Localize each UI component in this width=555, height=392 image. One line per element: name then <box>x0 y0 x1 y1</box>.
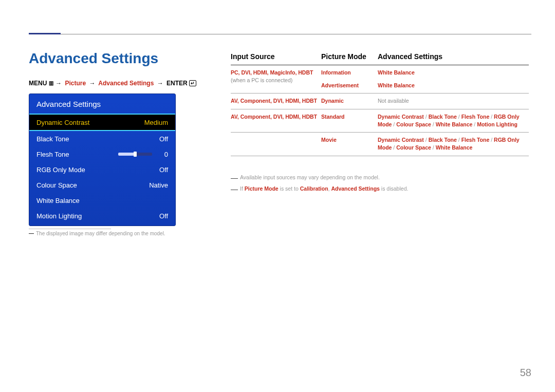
osd-value: Native <box>149 181 168 189</box>
osd-row-motion-lighting[interactable]: Motion Lighting Off <box>29 208 175 223</box>
footnote-bold: Picture Mode <box>245 185 279 192</box>
breadcrumb-picture: Picture <box>65 80 86 87</box>
advanced-option: Dynamic Contrast <box>378 137 424 143</box>
advanced-option: Flesh Tone <box>461 137 490 143</box>
osd-footnote-text: The displayed image may differ depending… <box>36 231 165 236</box>
picture-mode: Dynamic <box>321 97 378 105</box>
table-footnotes: ―Available input sources may vary depend… <box>231 174 408 196</box>
breadcrumb-menu: MENU <box>29 80 47 87</box>
table-row: Movie Dynamic Contrast / Black Tone / Fl… <box>231 133 529 156</box>
source-list: AV, Component, DVI, HDMI, HDBT <box>231 97 321 105</box>
source-condition: (when a PC is connected) <box>231 77 292 83</box>
breadcrumb-enter: ENTER <box>166 80 188 87</box>
page-heading: Advanced Settings <box>29 50 158 67</box>
osd-row-flesh-tone[interactable]: Flesh Tone 0 <box>29 146 175 162</box>
osd-panel: Advanced Settings Dynamic Contrast Mediu… <box>29 94 176 226</box>
osd-label: Colour Space <box>36 181 77 189</box>
advanced-option: White Balance <box>436 121 473 127</box>
osd-label: Motion Lighting <box>36 212 82 220</box>
breadcrumb-arrow: → <box>157 80 163 87</box>
picture-mode: Standard <box>321 113 378 128</box>
advanced-option: White Balance <box>378 69 529 77</box>
footnote-text: is disabled. <box>380 185 408 192</box>
osd-row-rgb-only[interactable]: RGB Only Mode Off <box>29 162 175 177</box>
source-list: AV, Component, DVI, HDMI, HDBT <box>231 113 321 128</box>
osd-value: Off <box>159 166 168 174</box>
osd-label: White Balance <box>36 197 80 204</box>
footnote-bold: Calibration <box>300 185 328 192</box>
osd-label: Black Tone <box>36 135 69 143</box>
advanced-option-list: Dynamic Contrast / Black Tone / Flesh To… <box>378 113 529 128</box>
osd-row-dynamic-contrast[interactable]: Dynamic Contrast Medium <box>29 114 175 131</box>
breadcrumb-advanced: Advanced Settings <box>98 80 154 87</box>
source-list: PC, DVI, HDMI, MagicInfo, HDBT <box>231 69 313 76</box>
breadcrumb-arrow: → <box>55 80 62 87</box>
osd-value: Off <box>159 135 168 143</box>
osd-row-white-balance[interactable]: White Balance <box>29 193 175 208</box>
footnote-text: Available input sources may vary dependi… <box>240 174 380 180</box>
table-head: Input Source Picture Mode Advanced Setti… <box>231 52 529 65</box>
advanced-option: White Balance <box>378 82 529 89</box>
osd-value: Medium <box>144 119 168 126</box>
advanced-option: Colour Space <box>396 144 431 151</box>
osd-slider[interactable] <box>118 153 152 156</box>
slider-thumb[interactable] <box>134 152 137 157</box>
osd-label: Dynamic Contrast <box>36 119 89 126</box>
advanced-option: Motion Lighting <box>477 121 517 127</box>
advanced-option: Dynamic Contrast <box>378 114 424 120</box>
table-row: AV, Component, DVI, HDMI, HDBT Dynamic N… <box>231 94 529 109</box>
advanced-option-list: Dynamic Contrast / Black Tone / Flesh To… <box>378 136 529 152</box>
menu-icon: ▥ <box>49 80 52 86</box>
th-picture-mode: Picture Mode <box>321 52 378 61</box>
osd-value: 0 <box>164 151 168 158</box>
picture-mode: Advertisement <box>321 82 378 89</box>
advanced-option: Black Tone <box>429 114 457 120</box>
breadcrumb: MENU ▥ → Picture → Advanced Settings → E… <box>29 80 196 87</box>
osd-value: Off <box>159 212 168 220</box>
page-top-accent <box>29 33 61 34</box>
page-number: 58 <box>520 367 531 379</box>
page-top-rule <box>29 34 531 34</box>
footnote-bold: Advanced Settings <box>331 185 380 192</box>
enter-icon: ↵ <box>189 80 196 86</box>
osd-footnote: ―The displayed image may differ dependin… <box>29 229 165 236</box>
th-input-source: Input Source <box>231 52 321 61</box>
advanced-option: Colour Space <box>396 121 431 127</box>
advanced-option: White Balance <box>436 144 473 151</box>
footnote-text: If <box>240 185 245 192</box>
advanced-option: Flesh Tone <box>461 114 490 120</box>
osd-label: RGB Only Mode <box>36 166 85 174</box>
breadcrumb-arrow: → <box>89 80 95 87</box>
osd-row-black-tone[interactable]: Black Tone Off <box>29 131 175 146</box>
picture-mode: Movie <box>321 136 378 152</box>
slider-fill <box>118 153 135 156</box>
osd-label: Flesh Tone <box>36 151 69 158</box>
table-row: AV, Component, DVI, HDMI, HDBT Standard … <box>231 109 529 133</box>
th-advanced-settings: Advanced Settings <box>378 52 529 61</box>
settings-table: Input Source Picture Mode Advanced Setti… <box>231 52 529 156</box>
advanced-option: Not available <box>378 97 529 105</box>
osd-title: Advanced Settings <box>29 94 175 114</box>
advanced-option: Black Tone <box>429 137 457 143</box>
table-row: PC, DVI, HDMI, MagicInfo, HDBT (when a P… <box>231 65 529 94</box>
picture-mode: Information <box>321 69 378 77</box>
footnote-text: is set to <box>279 185 300 192</box>
osd-row-colour-space[interactable]: Colour Space Native <box>29 177 175 193</box>
